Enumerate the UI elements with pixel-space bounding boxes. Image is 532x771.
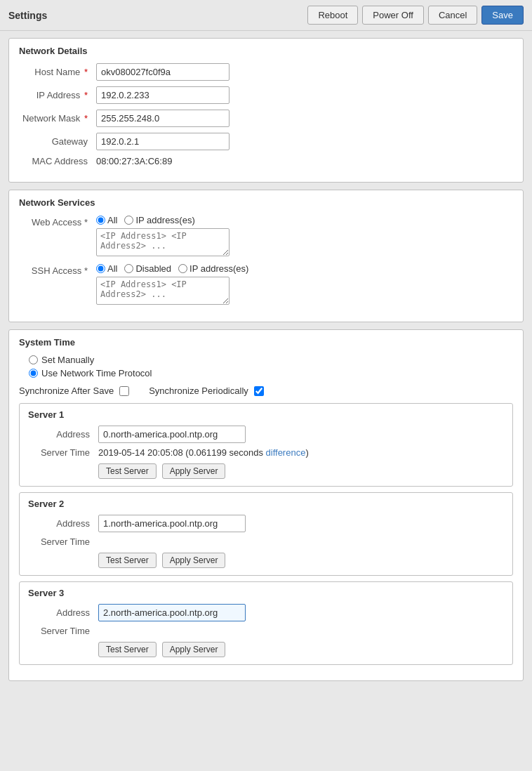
ip-address-label: IP Address * <box>19 90 96 100</box>
ssh-access-row: SSH Access * All Disabled IP address(es) <box>19 263 513 305</box>
web-access-ip-label[interactable]: IP address(es) <box>124 215 194 225</box>
ssh-access-radio-group: All Disabled IP address(es) <box>96 263 248 274</box>
web-access-all-radio[interactable] <box>96 216 105 225</box>
server-2-address-label: Address <box>28 518 98 529</box>
server-3-address-label: Address <box>28 607 98 618</box>
top-bar: Settings Reboot Power Off Cancel Save <box>0 0 532 31</box>
network-details-section: Network Details Host Name * IP Address *… <box>8 38 524 183</box>
server-1-test-button[interactable]: Test Server <box>98 463 157 479</box>
web-access-ip-radio[interactable] <box>124 216 133 225</box>
host-name-row: Host Name * <box>19 63 513 81</box>
server-2-address-input[interactable] <box>98 515 246 532</box>
web-access-row: Web Access * All IP address(es) <box>19 215 513 256</box>
web-access-content: All IP address(es) <box>96 215 230 256</box>
server-1-address-label: Address <box>28 429 98 440</box>
server-2-title: Server 2 <box>28 499 504 509</box>
ip-address-row: IP Address * <box>19 86 513 104</box>
server-3-address-input[interactable] <box>98 604 246 621</box>
ssh-access-ip-radio[interactable] <box>178 264 187 273</box>
reboot-button[interactable]: Reboot <box>307 6 358 25</box>
server-1-time-label: Server Time <box>28 447 98 458</box>
server-1-address-input[interactable] <box>98 426 246 443</box>
power-off-button[interactable]: Power Off <box>362 6 424 25</box>
mac-address-row: MAC Address 08:00:27:3A:C6:89 <box>19 156 513 166</box>
web-access-all-label[interactable]: All <box>96 215 117 225</box>
server-1-title: Server 1 <box>28 409 504 420</box>
server-3-address-row: Address <box>28 604 504 621</box>
gateway-row: Gateway <box>19 133 513 150</box>
web-access-ip-textarea[interactable] <box>96 228 230 256</box>
server-3-buttons: Test Server Apply Server <box>98 642 504 657</box>
server-1-box: Server 1 Address Server Time 2019-05-14 … <box>19 403 513 487</box>
sync-periodically-checkbox[interactable] <box>254 386 264 396</box>
top-bar-buttons: Reboot Power Off Cancel Save <box>307 6 524 25</box>
server-1-address-row: Address <box>28 426 504 443</box>
mac-address-value: 08:00:27:3A:C6:89 <box>96 156 172 166</box>
save-button[interactable]: Save <box>481 6 524 25</box>
network-details-title: Network Details <box>19 46 513 56</box>
server-2-time-row: Server Time <box>28 536 504 547</box>
ssh-access-disabled-label[interactable]: Disabled <box>124 263 171 274</box>
ip-address-input[interactable] <box>96 86 230 104</box>
gateway-label: Gateway <box>19 136 96 147</box>
web-access-radio-group: All IP address(es) <box>96 215 230 225</box>
server-2-box: Server 2 Address Server Time Test Server… <box>19 492 513 576</box>
server-2-apply-button[interactable]: Apply Server <box>162 553 226 568</box>
ssh-access-label: SSH Access * <box>19 263 96 276</box>
time-options: Set Manually Use Network Time Protocol <box>29 355 513 378</box>
sync-after-save-checkbox[interactable] <box>119 386 129 396</box>
ssh-access-disabled-radio[interactable] <box>124 264 133 273</box>
gateway-input[interactable] <box>96 133 230 150</box>
set-manually-radio[interactable] <box>29 355 38 364</box>
server-2-address-row: Address <box>28 515 504 532</box>
server-1-buttons: Test Server Apply Server <box>98 463 504 479</box>
content-area: Network Details Host Name * IP Address *… <box>0 31 532 688</box>
use-ntp-radio[interactable] <box>29 369 38 378</box>
cancel-button[interactable]: Cancel <box>428 6 477 25</box>
page-container: Settings Reboot Power Off Cancel Save Ne… <box>0 0 532 771</box>
server-2-test-button[interactable]: Test Server <box>98 553 157 568</box>
server-1-apply-button[interactable]: Apply Server <box>162 463 226 479</box>
network-mask-row: Network Mask * <box>19 110 513 127</box>
server-3-time-label: Server Time <box>28 626 98 636</box>
ssh-access-ip-textarea[interactable] <box>96 277 230 305</box>
use-ntp-label[interactable]: Use Network Time Protocol <box>29 368 513 378</box>
server-1-time-row: Server Time 2019-05-14 20:05:08 (0.06119… <box>28 447 504 458</box>
server-2-buttons: Test Server Apply Server <box>98 553 504 568</box>
network-services-title: Network Services <box>19 197 513 208</box>
server-3-title: Server 3 <box>28 588 504 598</box>
ssh-access-all-radio[interactable] <box>96 264 105 273</box>
system-time-title: System Time <box>19 337 513 348</box>
mac-address-label: MAC Address <box>19 156 96 166</box>
web-access-label: Web Access * <box>19 215 96 228</box>
set-manually-label[interactable]: Set Manually <box>29 355 513 365</box>
system-time-section: System Time Set Manually Use Network Tim… <box>8 329 524 681</box>
server-3-time-row: Server Time <box>28 626 504 636</box>
ssh-access-all-label[interactable]: All <box>96 263 117 274</box>
server-2-time-label: Server Time <box>28 536 98 547</box>
sync-row: Synchronize After Save Synchronize Perio… <box>19 386 513 396</box>
host-name-label: Host Name * <box>19 67 96 77</box>
server-3-test-button[interactable]: Test Server <box>98 642 157 657</box>
ssh-access-ip-label[interactable]: IP address(es) <box>178 263 248 274</box>
page-title: Settings <box>8 10 47 21</box>
server-3-box: Server 3 Address Server Time Test Server… <box>19 581 513 665</box>
network-mask-label: Network Mask * <box>19 113 96 124</box>
network-services-section: Network Services Web Access * All IP add… <box>8 190 524 322</box>
host-name-input[interactable] <box>96 63 230 81</box>
ssh-access-content: All Disabled IP address(es) <box>96 263 248 305</box>
server-3-apply-button[interactable]: Apply Server <box>162 642 226 657</box>
network-mask-input[interactable] <box>96 110 230 127</box>
server-1-time-value: 2019-05-14 20:05:08 (0.061199 seconds di… <box>98 447 309 458</box>
